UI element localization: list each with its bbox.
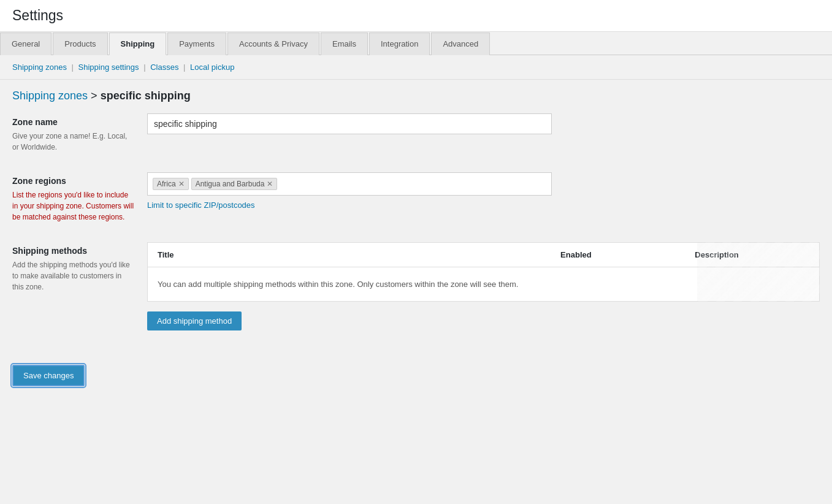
- tag-africa: Africa ✕: [153, 178, 189, 190]
- shipping-methods-table: Title Enabled Description You can add mu…: [147, 242, 820, 302]
- add-shipping-method-button[interactable]: Add shipping method: [147, 311, 242, 330]
- zone-name-description: Give your zone a name! E.g. Local, or Wo…: [12, 131, 135, 153]
- shipping-methods-heading: Shipping methods: [12, 246, 135, 256]
- zone-name-input[interactable]: [147, 113, 552, 134]
- shipping-methods-section: Shipping methods Add the shipping method…: [12, 242, 820, 330]
- zone-regions-heading: Zone regions: [12, 176, 135, 186]
- table-empty-row: You can add multiple shipping methods wi…: [148, 267, 820, 302]
- main-content: Zone name Give your zone a name! E.g. Lo…: [0, 107, 832, 411]
- tag-antigua-label: Antigua and Barbuda: [196, 180, 265, 188]
- zone-regions-description: List the regions you'd like to include i…: [12, 189, 135, 223]
- limit-zip-link[interactable]: Limit to specific ZIP/postcodes: [147, 200, 820, 210]
- table-header: Title Enabled Description: [148, 243, 820, 267]
- tag-africa-remove[interactable]: ✕: [178, 180, 185, 188]
- tab-shipping[interactable]: Shipping: [109, 32, 167, 55]
- col-enabled: Enabled: [551, 243, 685, 267]
- tab-accounts-privacy[interactable]: Accounts & Privacy: [227, 32, 319, 55]
- col-title: Title: [148, 243, 551, 267]
- zone-name-heading: Zone name: [12, 117, 135, 127]
- page-title: Settings: [0, 0, 832, 32]
- shipping-methods-field-col: Title Enabled Description You can add mu…: [147, 242, 820, 330]
- breadcrumb-current: specific shipping: [101, 90, 191, 102]
- zone-regions-field-col: Africa ✕ Antigua and Barbuda ✕ Limit to …: [147, 172, 820, 223]
- table-empty-message: You can add multiple shipping methods wi…: [148, 267, 820, 302]
- subnav-local-pickup[interactable]: Local pickup: [190, 63, 234, 72]
- save-changes-button[interactable]: Save changes: [12, 365, 85, 386]
- tab-payments[interactable]: Payments: [167, 32, 226, 55]
- tab-advanced[interactable]: Advanced: [431, 32, 490, 55]
- subnav-shipping-zones[interactable]: Shipping zones: [12, 63, 67, 72]
- shipping-methods-label-col: Shipping methods Add the shipping method…: [12, 242, 147, 330]
- zone-name-section: Zone name Give your zone a name! E.g. Lo…: [12, 113, 820, 153]
- tab-general[interactable]: General: [0, 32, 52, 55]
- sub-nav: Shipping zones | Shipping settings | Cla…: [0, 55, 832, 80]
- col-description: Description: [685, 243, 819, 267]
- subnav-classes[interactable]: Classes: [150, 63, 178, 72]
- zone-name-label-col: Zone name Give your zone a name! E.g. Lo…: [12, 113, 147, 153]
- tab-emails[interactable]: Emails: [321, 32, 368, 55]
- breadcrumb: Shipping zones > specific shipping: [0, 80, 832, 107]
- table-body: You can add multiple shipping methods wi…: [148, 267, 820, 302]
- shipping-methods-description: Add the shipping methods you'd like to m…: [12, 259, 135, 292]
- tag-antigua-remove[interactable]: ✕: [267, 180, 273, 188]
- tag-antigua: Antigua and Barbuda ✕: [191, 178, 278, 190]
- tab-products[interactable]: Products: [53, 32, 107, 55]
- subnav-shipping-settings[interactable]: Shipping settings: [78, 63, 139, 72]
- zone-regions-section: Zone regions List the regions you'd like…: [12, 172, 820, 223]
- tabs-bar: General Products Shipping Payments Accou…: [0, 32, 832, 55]
- shipping-methods-table-wrapper: Title Enabled Description You can add mu…: [147, 242, 820, 302]
- zone-regions-label-col: Zone regions List the regions you'd like…: [12, 172, 147, 223]
- tab-integration[interactable]: Integration: [369, 32, 430, 55]
- tag-africa-label: Africa: [157, 180, 176, 188]
- zone-regions-tags-input[interactable]: Africa ✕ Antigua and Barbuda ✕: [147, 172, 552, 196]
- breadcrumb-parent[interactable]: Shipping zones: [12, 90, 88, 102]
- zone-name-field-col: [147, 113, 820, 153]
